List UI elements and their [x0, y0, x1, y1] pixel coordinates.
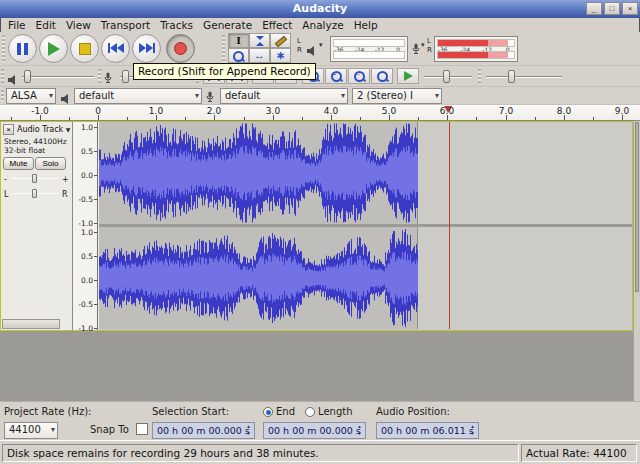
device-toolbar-grip[interactable]: [1, 90, 4, 101]
length-radio-icon[interactable]: [305, 407, 315, 417]
track-bitdepth-info: 32-bit float: [4, 146, 45, 155]
skip-to-start-button[interactable]: [101, 34, 130, 63]
solo-button[interactable]: Solo: [35, 157, 66, 170]
tools-toolbar-grip[interactable]: [222, 35, 225, 62]
playback-speed-slider[interactable]: [424, 70, 472, 84]
selection-end-field[interactable]: 00 h 00 m 00.000 s▴▾: [263, 422, 366, 439]
waveform-area[interactable]: [99, 122, 632, 330]
pan-slider[interactable]: [12, 188, 58, 199]
window-title: Audacity: [0, 0, 640, 18]
spinner-icon[interactable]: ▴▾: [244, 423, 253, 438]
zoom-tool-button[interactable]: [228, 48, 249, 63]
track-collapse-button[interactable]: [2, 319, 60, 329]
timeline-ruler[interactable]: -1.001.02.03.04.05.06.07.08.09.0: [0, 105, 640, 121]
scale-tick: [94, 256, 97, 257]
audio-clip-left[interactable]: [99, 122, 418, 224]
output-volume-slider[interactable]: [22, 70, 94, 84]
menu-help[interactable]: Help: [349, 18, 383, 32]
selection-tool-icon: I: [236, 36, 241, 46]
multi-tool-button[interactable]: ∗: [270, 48, 291, 63]
pause-button[interactable]: [8, 34, 37, 63]
menu-view[interactable]: View: [61, 18, 96, 32]
transcription-speed-slider[interactable]: [486, 70, 562, 84]
waveform-channel-left[interactable]: [99, 122, 632, 224]
scale-tick: [94, 304, 97, 305]
skip-to-end-button[interactable]: [132, 34, 161, 63]
skip-to-end-icon: [139, 41, 155, 56]
play-at-speed-button[interactable]: [397, 68, 419, 84]
gain-max-label: +: [62, 175, 69, 184]
playback-device-combo[interactable]: default▾: [74, 88, 202, 104]
play-at-speed-icon: [404, 71, 413, 81]
menu-tracks[interactable]: Tracks: [155, 18, 198, 32]
stop-button[interactable]: [70, 34, 99, 63]
fit-project-icon: [376, 70, 389, 82]
fit-project-button[interactable]: [371, 68, 393, 84]
play-button[interactable]: [39, 34, 68, 63]
timeshift-tool-button[interactable]: ↔: [249, 48, 270, 63]
fit-selection-button[interactable]: ↔: [348, 68, 370, 84]
zoom-out-button[interactable]: −: [325, 68, 347, 84]
waveform-channel-right[interactable]: [99, 227, 632, 329]
audio-track: × Audio Track ▼ Stereo, 44100Hz 32-bit f…: [0, 121, 633, 331]
recording-meter-dropdown-icon[interactable]: ▾: [421, 41, 425, 49]
end-radio[interactable]: End: [263, 406, 295, 417]
project-rate-combo[interactable]: 44100▾: [4, 422, 58, 439]
vertical-scrollbar[interactable]: [633, 121, 640, 401]
project-rate-value: 44100: [9, 424, 41, 435]
selection-start-field[interactable]: 00 h 00 m 00.000 s▴▾: [152, 422, 255, 439]
transport-toolbar-grip[interactable]: [2, 35, 5, 62]
audio-position-field[interactable]: 00 h 00 m 06.011 s▴▾: [376, 422, 479, 439]
titlebar[interactable]: Audacity _ □ ×: [0, 0, 640, 18]
combo-arrow-icon: ▾: [195, 90, 199, 102]
transcription-toolbar-grip[interactable]: [478, 69, 481, 83]
stop-icon: [79, 43, 91, 55]
draw-tool-button[interactable]: [270, 33, 291, 48]
ruler-tick: [185, 117, 186, 120]
menu-file[interactable]: File: [3, 18, 31, 32]
menu-generate[interactable]: Generate: [198, 18, 257, 32]
audio-clip-right[interactable]: [99, 227, 418, 329]
track-close-button[interactable]: ×: [3, 124, 14, 135]
menubar: FileEditViewTransportTracksGenerateEffec…: [0, 18, 640, 32]
playback-meter[interactable]: -36-24-120: [330, 36, 408, 62]
audacity-window: Audacity _ □ × FileEditViewTransportTrac…: [0, 0, 640, 464]
ruler-tick: [244, 117, 245, 120]
snap-to-checkbox[interactable]: [136, 423, 148, 435]
device-toolbar: ALSA▾ default▾ default▾ 2 (Stereo) I▾: [0, 87, 640, 105]
spinner-icon[interactable]: ▴▾: [468, 423, 477, 438]
combo-arrow-icon: ▾: [49, 90, 53, 102]
close-button[interactable]: ×: [622, 2, 638, 15]
mixer-toolbar-grip[interactable]: [1, 69, 4, 83]
maximize-button[interactable]: □: [604, 2, 620, 15]
ruler-tick: [535, 117, 536, 120]
scale-label: 0.5: [81, 148, 93, 156]
mute-button[interactable]: Mute: [3, 157, 34, 170]
toolbar-row-1: I ↔ ∗ L R ▾ -36-24-120 ▾ L R: [0, 32, 640, 66]
menu-effect[interactable]: Effect: [257, 18, 297, 32]
menu-analyze[interactable]: Analyze: [297, 18, 348, 32]
audio-host-combo[interactable]: ALSA▾: [6, 88, 56, 104]
record-button[interactable]: [166, 34, 195, 63]
minimize-button[interactable]: _: [586, 2, 602, 15]
menu-transport[interactable]: Transport: [96, 18, 155, 32]
track-name-menu[interactable]: Audio Track ▼: [17, 125, 70, 134]
end-radio-icon[interactable]: [263, 407, 273, 417]
combo-arrow-icon: ▾: [341, 90, 345, 102]
spinner-icon[interactable]: ▴▾: [355, 423, 364, 438]
input-volume-grip[interactable]: [98, 69, 101, 83]
recording-meter[interactable]: -36-24-120: [434, 36, 518, 62]
playback-device-value: default: [79, 90, 114, 101]
recording-device-combo[interactable]: default▾: [220, 88, 348, 104]
envelope-tool-button[interactable]: [249, 33, 270, 48]
playback-meter-dropdown-icon[interactable]: ▾: [319, 41, 323, 49]
selection-tool-button[interactable]: I: [228, 33, 249, 48]
ruler-tick: [69, 117, 70, 120]
vertical-scrollbar-thumb[interactable]: [635, 122, 639, 292]
play-icon: [48, 42, 60, 56]
ruler-label: 7.0: [499, 106, 513, 116]
recording-channels-combo[interactable]: 2 (Stereo) I▾: [352, 88, 442, 104]
menu-edit[interactable]: Edit: [31, 18, 61, 32]
length-radio[interactable]: Length: [305, 406, 353, 417]
gain-slider[interactable]: [12, 173, 58, 184]
